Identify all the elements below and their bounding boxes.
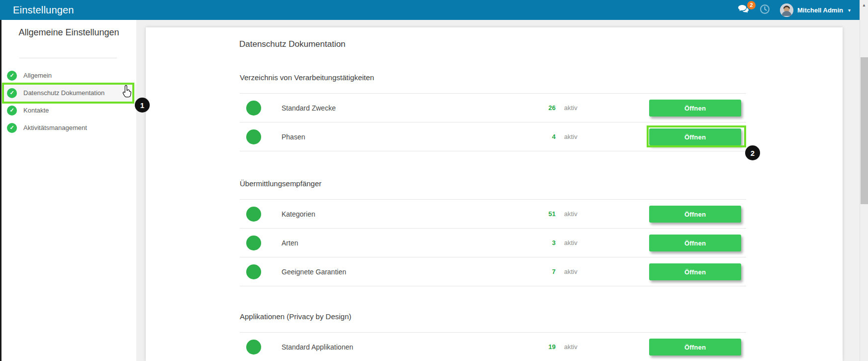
row-count: 7 <box>518 257 556 286</box>
sidebar-item-label: Allgemein <box>23 72 52 79</box>
standard-applikationen-open-button[interactable]: Öffnen <box>649 339 741 356</box>
window-edge-strip <box>0 20 1 361</box>
row-count: 51 <box>518 200 556 229</box>
sidebar-item-aktivitaetsmanagement[interactable]: ✓ Aktivitätsmanagement <box>1 119 136 136</box>
sidebar-item-label: Aktivitätsmanagement <box>23 124 87 131</box>
row-label: Phasen <box>282 122 305 151</box>
sidebar-item-allgemein[interactable]: ✓ Allgemein <box>1 67 136 84</box>
section-heading: Übermittlungsempfänger <box>240 179 746 189</box>
section-rows: Standard Applikationen 19 aktiv Öffnen <box>240 332 746 361</box>
phasen-open-button[interactable]: Öffnen <box>649 128 741 145</box>
clock-icon <box>760 4 770 16</box>
row-count: 19 <box>518 333 556 361</box>
scrollbar-thumb[interactable] <box>861 57 868 204</box>
card-title: Datenschutz Dokumentation <box>239 39 346 49</box>
topbar: Einstellungen 2 <box>0 0 860 20</box>
check-circle-icon: ✓ <box>7 71 17 81</box>
row-count: 3 <box>518 229 556 257</box>
sidebar-item-label: Kontakte <box>23 107 49 114</box>
row-geeignete-garantien: Geeignete Garantien 7 aktiv Öffnen <box>240 257 746 286</box>
settings-card: Datenschutz Dokumentation Verzeichnis vo… <box>146 27 843 361</box>
geeignete-garantien-open-button[interactable]: Öffnen <box>649 263 741 280</box>
section-applikationen: Applikationen (Privacy by Design) Standa… <box>240 312 746 361</box>
row-label: Standard Zwecke <box>282 94 336 122</box>
activity-button[interactable] <box>760 4 770 16</box>
row-status: aktiv <box>564 257 578 286</box>
row-standard-applikationen: Standard Applikationen 19 aktiv Öffnen <box>240 332 746 361</box>
status-dot-icon <box>246 101 261 116</box>
row-kategorien: Kategorien 51 aktiv Öffnen <box>240 199 746 228</box>
sidebar-items: ✓ Allgemein ✓ Datenschutz Dokumentation … <box>1 67 136 136</box>
page-title: Einstellungen <box>13 4 74 16</box>
row-status: aktiv <box>564 229 578 257</box>
sidebar-divider <box>19 58 117 58</box>
status-dot-icon <box>246 207 261 222</box>
user-name: Mitchell Admin <box>797 6 843 14</box>
row-label: Arten <box>282 229 298 257</box>
row-status: aktiv <box>564 122 578 151</box>
section-heading: Verzeichnis von Verarbeitungstätigkeiten <box>240 73 746 83</box>
scroll-up-arrow-icon[interactable]: ▲ <box>860 1 868 9</box>
annotation-step-badge-1: 1 <box>135 98 150 113</box>
user-menu[interactable]: Mitchell Admin ▾ <box>780 3 851 17</box>
sidebar-item-label: Datenschutz Dokumentation <box>23 89 104 97</box>
user-avatar <box>780 3 793 17</box>
row-arten: Arten 3 aktiv Öffnen <box>240 228 746 257</box>
check-circle-icon: ✓ <box>7 88 17 98</box>
section-rows: Standard Zwecke 26 aktiv Öffnen Phasen 4… <box>240 93 746 151</box>
annotation-step-badge-2: 2 <box>745 145 760 160</box>
standard-zwecke-open-button[interactable]: Öffnen <box>649 100 741 117</box>
messages-count-badge: 2 <box>747 1 756 9</box>
row-label: Kategorien <box>282 200 315 229</box>
row-status: aktiv <box>564 200 578 229</box>
arten-open-button[interactable]: Öffnen <box>649 235 741 251</box>
scrollbar[interactable]: ▲ <box>860 0 868 361</box>
chevron-down-icon: ▾ <box>848 7 851 13</box>
row-status: aktiv <box>564 333 578 361</box>
hand-cursor-icon <box>122 85 132 100</box>
status-dot-icon <box>246 340 261 355</box>
check-circle-icon: ✓ <box>7 123 17 133</box>
settings-screen: Einstellungen 2 <box>0 0 868 361</box>
section-rows: Kategorien 51 aktiv Öffnen Arten 3 aktiv… <box>240 199 746 286</box>
row-status: aktiv <box>564 94 578 122</box>
check-circle-icon: ✓ <box>7 106 17 116</box>
row-label: Standard Applikationen <box>282 333 353 361</box>
row-standard-zwecke: Standard Zwecke 26 aktiv Öffnen <box>240 93 746 122</box>
status-dot-icon <box>246 236 261 250</box>
sidebar: Allgemeine Einstellungen ✓ Allgemein ✓ D… <box>1 20 136 361</box>
section-heading: Applikationen (Privacy by Design) <box>240 312 746 322</box>
section-uebermittlungsempfaenger: Übermittlungsempfänger Kategorien 51 akt… <box>240 179 746 286</box>
section-verzeichnis: Verzeichnis von Verarbeitungstätigkeiten… <box>240 73 746 151</box>
status-dot-icon <box>246 129 261 144</box>
messages-button[interactable]: 2 <box>737 4 750 16</box>
sidebar-title: Allgemeine Einstellungen <box>1 26 136 38</box>
row-phasen: Phasen 4 aktiv Öffnen <box>240 122 746 151</box>
row-label: Geeignete Garantien <box>282 257 346 286</box>
sidebar-item-kontakte[interactable]: ✓ Kontakte <box>1 102 136 119</box>
kategorien-open-button[interactable]: Öffnen <box>649 206 741 223</box>
row-count: 26 <box>518 94 556 122</box>
status-dot-icon <box>246 264 261 279</box>
sidebar-item-datenschutz-dokumentation[interactable]: ✓ Datenschutz Dokumentation <box>1 84 136 102</box>
row-count: 4 <box>518 122 556 151</box>
topbar-right-cluster: 2 Mitc <box>737 0 851 20</box>
